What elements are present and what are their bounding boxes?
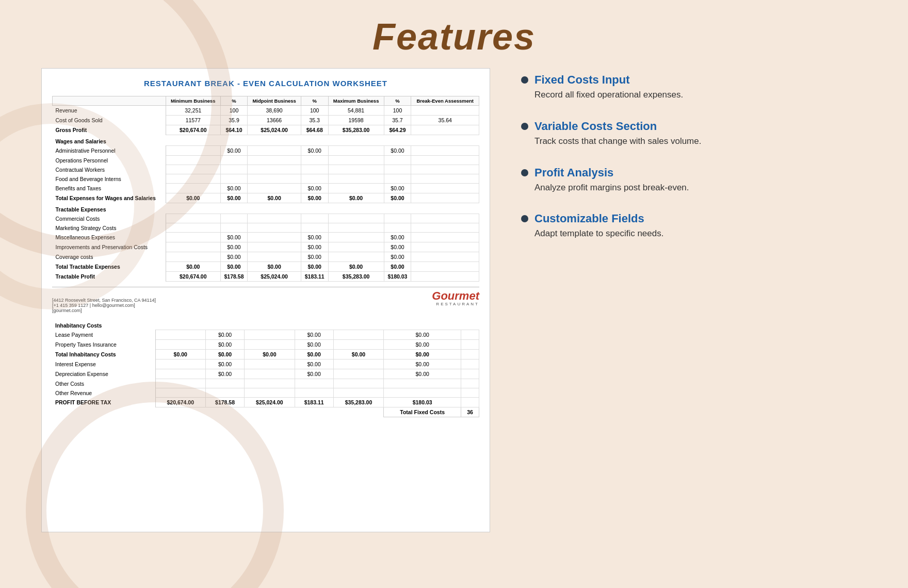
table-row: Cost of Goods Sold 11577 35.9 13666 35.3…: [53, 116, 479, 125]
row-label: Improvements and Preservation Costs: [53, 242, 166, 252]
row-p3: $0.00: [384, 146, 411, 156]
row-p2: [301, 223, 328, 233]
table-row: Depreciation Expense $0.00 $0.00 $0.00: [52, 369, 479, 379]
col-min-header: Minimum Business: [166, 96, 221, 106]
col-breakeven-header: Break-Even Assessment: [411, 96, 479, 106]
row-p1: 100: [220, 106, 248, 116]
divider: [52, 287, 479, 287]
row-v2: [245, 330, 295, 340]
row-label: Gross Profit: [53, 125, 166, 135]
row-label: Tractable Profit: [53, 272, 166, 282]
row-label: Lease Payment: [52, 330, 155, 340]
row-p2: 100: [301, 106, 328, 116]
section-header-row: Tractable Expenses: [53, 203, 479, 214]
row-v2: [248, 165, 301, 174]
row-v3: [333, 388, 384, 398]
gourmet-logo-area: Gourmet RESTAURANT: [432, 290, 479, 306]
row-label: PROFIT BEFORE TAX: [52, 398, 155, 407]
row-label: Coverage costs: [53, 252, 166, 262]
row-p1: $64.10: [220, 125, 248, 135]
row-p3: $0.00: [384, 252, 411, 262]
col-max-header: Maximum Business: [328, 96, 384, 106]
row-v2: [248, 223, 301, 233]
row-v2: $0.00: [248, 262, 301, 272]
row-label: Total Expenses for Wages and Salaries: [53, 193, 166, 203]
col-pct3-header: %: [384, 96, 411, 106]
table-row: Benefits and Taxes $0.00 $0.00 $0.00: [53, 184, 479, 193]
feature-item-customizable: Customizable Fields Adapt template to sp…: [521, 212, 867, 240]
row-v3: $0.00: [333, 350, 384, 360]
row-v3: [328, 165, 384, 174]
row-p1: $0.00: [206, 340, 245, 350]
row-p2: 35.3: [301, 116, 328, 125]
footer-address: [4412 Roosevelt Street, San Francisco, C…: [52, 298, 156, 303]
row-p1: $0.00: [220, 242, 248, 252]
row-v1: $0.00: [166, 262, 221, 272]
row-p3: $0.00: [384, 184, 411, 193]
row-v2: [245, 379, 295, 388]
row-v2: [245, 360, 295, 369]
row-p1: $0.00: [206, 350, 245, 360]
row-p1: [220, 223, 248, 233]
row-v4: [411, 252, 479, 262]
row-v2: $25,024.00: [248, 125, 301, 135]
col-pct2-header: %: [301, 96, 328, 106]
row-v2: [248, 146, 301, 156]
row-p2: $0.00: [301, 146, 328, 156]
row-p2: [295, 388, 333, 398]
table-row: Total Tractable Expenses $0.00 $0.00 $0.…: [53, 262, 479, 272]
row-p3: [384, 388, 461, 398]
row-p3: [384, 214, 411, 223]
row-v3: [333, 330, 384, 340]
bullet-fixed-costs: [521, 76, 528, 84]
row-v3: [328, 184, 384, 193]
row-p3: $0.00: [384, 233, 411, 242]
row-p3: [384, 223, 411, 233]
row-v3: [333, 360, 384, 369]
table-row: Contractual Workers: [53, 165, 479, 174]
row-p3: [384, 156, 411, 165]
row-v1: [155, 360, 206, 369]
table-row: PROFIT BEFORE TAX $20,674.00 $178.58 $25…: [52, 398, 479, 407]
table-row: Gross Profit $20,674.00 $64.10 $25,024.0…: [53, 125, 479, 135]
row-label: Depreciation Expense: [52, 369, 155, 379]
row-label: Cost of Goods Sold: [53, 116, 166, 125]
row-p1: $0.00: [206, 369, 245, 379]
row-v1: $20,674.00: [166, 272, 221, 282]
row-v2: $0.00: [248, 193, 301, 203]
feature-content-profit-analysis: Profit Analysis Analyze profit margins p…: [534, 166, 689, 194]
spacer: [52, 407, 384, 417]
row-v4: [411, 165, 479, 174]
row-v1: [155, 379, 206, 388]
row-p3: [384, 379, 461, 388]
row-v4: [411, 193, 479, 203]
row-v3: [333, 379, 384, 388]
row-v1: [166, 252, 221, 262]
row-v3: [328, 223, 384, 233]
col-label-header: [53, 96, 166, 106]
row-v4: [411, 233, 479, 242]
row-v2: [248, 242, 301, 252]
table-row: Food and Beverage Interns: [53, 174, 479, 184]
row-v2: $25,024.00: [245, 398, 295, 407]
row-v4: 35.64: [411, 116, 479, 125]
row-p3: $0.00: [384, 360, 461, 369]
features-list: Fixed Costs Input Record all fixed opera…: [521, 68, 867, 258]
row-v4: [461, 360, 479, 369]
row-p2: $0.00: [295, 340, 333, 350]
table-row: Marketing Strategy Costs: [53, 223, 479, 233]
row-v1: [166, 214, 221, 223]
row-p1: $0.00: [206, 360, 245, 369]
row-p1: $0.00: [206, 330, 245, 340]
table-row: Lease Payment $0.00 $0.00 $0.00: [52, 330, 479, 340]
row-v2: [245, 369, 295, 379]
table-row: Commercial Costs: [53, 214, 479, 223]
table-row: Improvements and Preservation Costs $0.0…: [53, 242, 479, 252]
row-v3: [333, 369, 384, 379]
row-v4: [411, 146, 479, 156]
row-v2: [248, 174, 301, 184]
row-p1: $0.00: [220, 193, 248, 203]
row-v1: $0.00: [155, 350, 206, 360]
row-v3: [328, 214, 384, 223]
worksheet-table-2: Inhabitancy Costs Lease Payment $0.00 $0…: [52, 319, 479, 417]
